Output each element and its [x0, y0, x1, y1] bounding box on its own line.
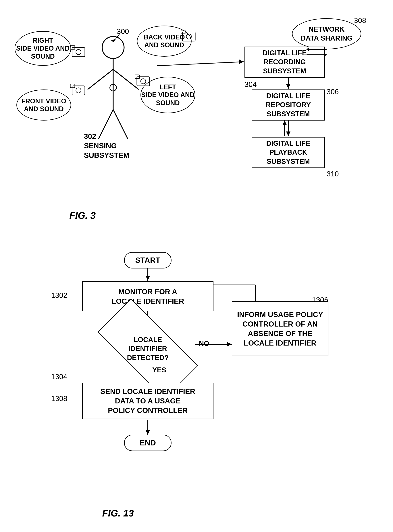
- svg-marker-30: [286, 131, 290, 136]
- fig13-caption: FIG. 13: [102, 508, 134, 519]
- digital-life-recording: DIGITAL LIFE RECORDING SUBSYSTEM: [245, 47, 325, 78]
- right-video-label: RIGHT SIDE VIDEO AND SOUND: [15, 31, 71, 66]
- svg-point-11: [186, 34, 192, 39]
- section-divider: [11, 234, 379, 234]
- camera-back: [181, 28, 199, 43]
- svg-point-14: [76, 50, 81, 55]
- camera-right: [70, 44, 88, 58]
- ref-306: 306: [327, 88, 339, 96]
- digital-life-repository: DIGITAL LIFE REPOSITORY SUBSYSTEM: [252, 90, 325, 120]
- camera-left: [135, 73, 153, 88]
- fig3-diagram: 308 300 NETWORK DATA SHARING DIGITAL LIF…: [15, 11, 376, 226]
- svg-point-20: [141, 79, 146, 84]
- end-oval: END: [124, 435, 172, 451]
- svg-point-2: [102, 36, 124, 58]
- fig13-diagram: START: [15, 245, 376, 522]
- ref-304: 304: [245, 80, 257, 89]
- svg-marker-22: [239, 59, 244, 64]
- network-data-sharing: NETWORK DATA SHARING: [292, 18, 361, 49]
- svg-rect-9: [182, 32, 195, 41]
- svg-marker-46: [146, 430, 150, 435]
- svg-rect-12: [72, 47, 85, 57]
- svg-line-5: [113, 69, 139, 90]
- svg-marker-28: [286, 84, 290, 89]
- svg-point-17: [76, 88, 81, 93]
- locale-detected-diamond: LOCALE IDENTIFIER DETECTED?: [100, 325, 195, 372]
- yes-label: YES: [152, 366, 166, 374]
- svg-marker-40: [227, 342, 232, 346]
- inform-box: INFORM USAGE POLICY CONTROLLER OF AN ABS…: [232, 301, 329, 356]
- digital-life-playback: DIGITAL LIFE PLAYBACK SUBSYSTEM: [252, 137, 325, 168]
- svg-marker-34: [146, 276, 150, 280]
- svg-rect-18: [137, 77, 150, 86]
- svg-rect-15: [72, 86, 85, 95]
- ref-1308: 1308: [51, 395, 67, 403]
- svg-line-4: [88, 69, 113, 90]
- svg-marker-32: [282, 120, 287, 125]
- ref-308: 308: [354, 16, 366, 25]
- camera-front: [70, 82, 88, 97]
- start-oval: START: [124, 252, 172, 268]
- svg-line-21: [157, 62, 244, 66]
- sensing-subsystem-label: 302 SENSING SUBSYSTEM: [84, 131, 129, 160]
- ref-1302: 1302: [51, 291, 67, 300]
- ref-1304: 1304: [51, 372, 67, 381]
- no-label: NO: [199, 340, 209, 347]
- send-box: SEND LOCALE IDENTIFIER DATA TO A USAGE P…: [82, 383, 213, 419]
- ref-310: 310: [327, 170, 339, 178]
- monitor-box: MONITOR FOR A LOCALE IDENTIFIER: [82, 281, 213, 311]
- front-video-label: FRONT VIDEO AND SOUND: [16, 90, 71, 120]
- fig3-caption: FIG. 3: [69, 210, 96, 221]
